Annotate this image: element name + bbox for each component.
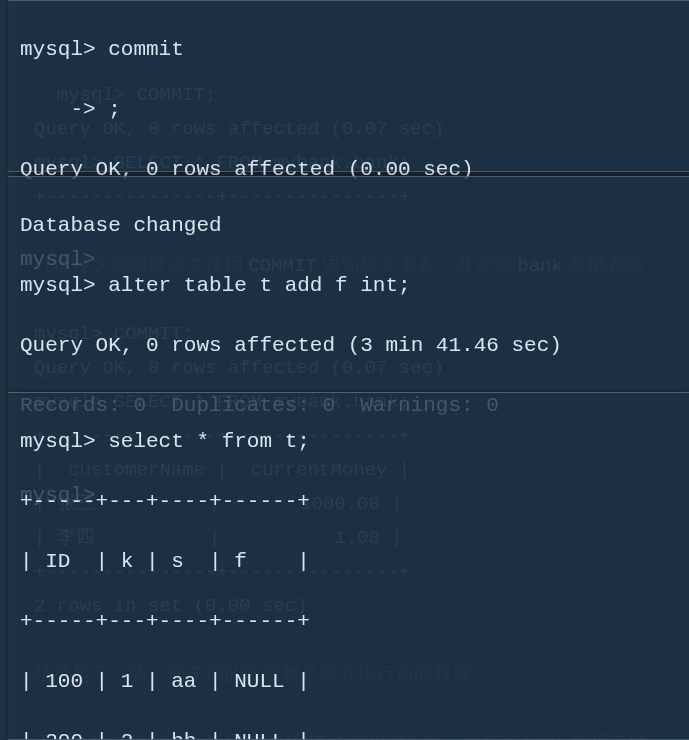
terminal-overlay-select[interactable]: mysql> select * from t; +-----+---+----+… [8, 392, 689, 740]
terminal-line: -> ; [20, 95, 677, 125]
table-border: +-----+---+----+------+ [20, 607, 677, 637]
terminal-line: Query OK, 0 rows affected (3 min 41.46 s… [20, 331, 677, 361]
table-border: +-----+---+----+------+ [20, 487, 677, 517]
terminal-overlay-alter[interactable]: Database changed mysql> alter table t ad… [8, 176, 689, 393]
terminal-line: mysql> select * from t; [20, 427, 677, 457]
terminal-line: mysql> alter table t add f int; [20, 271, 677, 301]
table-header: | ID | k | s | f | [20, 547, 677, 577]
terminal-overlay-commit[interactable]: mysql> commit -> ; Query OK, 0 rows affe… [8, 0, 689, 172]
terminal-line: Database changed [20, 211, 677, 241]
terminal-line: mysql> commit [20, 35, 677, 65]
table-row: | 200 | 2 | bb | NULL | [20, 727, 677, 740]
table-row: | 100 | 1 | aa | NULL | [20, 667, 677, 697]
